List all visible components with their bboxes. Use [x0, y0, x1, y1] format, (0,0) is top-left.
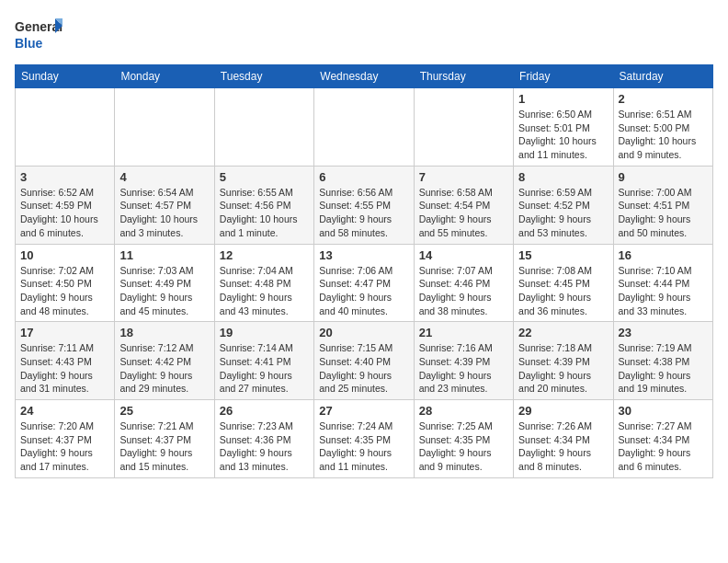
day-info: Sunrise: 7:26 AM Sunset: 4:34 PM Dayligh… — [518, 419, 608, 474]
week-row-2: 3Sunrise: 6:52 AM Sunset: 4:59 PM Daylig… — [16, 166, 713, 244]
day-number: 22 — [518, 326, 608, 339]
day-number: 29 — [518, 404, 608, 418]
day-number: 12 — [220, 248, 309, 262]
day-number: 19 — [220, 326, 309, 339]
calendar-cell — [414, 88, 513, 167]
day-info: Sunrise: 6:51 AM Sunset: 5:00 PM Dayligh… — [619, 108, 708, 162]
day-info: Sunrise: 7:07 AM Sunset: 4:46 PM Dayligh… — [419, 264, 508, 318]
logo: GeneralBlue — [15, 15, 65, 55]
calendar-cell — [16, 88, 115, 167]
day-number: 4 — [119, 170, 209, 184]
day-number: 2 — [619, 92, 708, 106]
day-number: 26 — [220, 404, 309, 418]
day-info: Sunrise: 6:55 AM Sunset: 4:56 PM Dayligh… — [220, 186, 309, 240]
day-info: Sunrise: 7:24 AM Sunset: 4:35 PM Dayligh… — [319, 419, 408, 474]
calendar-cell: 19Sunrise: 7:14 AM Sunset: 4:41 PM Dayli… — [214, 322, 313, 400]
week-row-4: 17Sunrise: 7:11 AM Sunset: 4:43 PM Dayli… — [16, 322, 713, 400]
calendar-cell: 20Sunrise: 7:15 AM Sunset: 4:40 PM Dayli… — [314, 322, 414, 400]
calendar-cell — [115, 88, 214, 167]
day-info: Sunrise: 6:52 AM Sunset: 4:59 PM Dayligh… — [20, 186, 109, 240]
weekday-header-sunday: Sunday — [16, 65, 115, 88]
day-number: 5 — [220, 170, 309, 184]
calendar-cell: 25Sunrise: 7:21 AM Sunset: 4:37 PM Dayli… — [115, 400, 214, 478]
day-number: 1 — [518, 92, 608, 106]
calendar-cell: 15Sunrise: 7:08 AM Sunset: 4:45 PM Dayli… — [514, 244, 613, 322]
weekday-header-row: SundayMondayTuesdayWednesdayThursdayFrid… — [16, 65, 713, 88]
calendar-cell: 16Sunrise: 7:10 AM Sunset: 4:44 PM Dayli… — [613, 244, 712, 322]
weekday-header-thursday: Thursday — [414, 65, 513, 88]
calendar-cell: 24Sunrise: 7:20 AM Sunset: 4:37 PM Dayli… — [16, 400, 115, 478]
day-number: 27 — [319, 404, 408, 418]
day-info: Sunrise: 7:00 AM Sunset: 4:51 PM Dayligh… — [619, 186, 708, 240]
day-number: 16 — [619, 248, 708, 262]
day-number: 20 — [319, 326, 408, 339]
day-info: Sunrise: 6:54 AM Sunset: 4:57 PM Dayligh… — [119, 186, 209, 240]
day-info: Sunrise: 7:14 AM Sunset: 4:41 PM Dayligh… — [220, 341, 309, 396]
weekday-header-friday: Friday — [514, 65, 613, 88]
calendar-cell: 23Sunrise: 7:19 AM Sunset: 4:38 PM Dayli… — [613, 322, 712, 400]
day-number: 8 — [518, 170, 608, 184]
calendar-cell: 5Sunrise: 6:55 AM Sunset: 4:56 PM Daylig… — [214, 166, 313, 244]
day-info: Sunrise: 7:27 AM Sunset: 4:34 PM Dayligh… — [619, 419, 708, 474]
day-info: Sunrise: 7:02 AM Sunset: 4:50 PM Dayligh… — [20, 264, 109, 318]
weekday-header-monday: Monday — [115, 65, 214, 88]
day-number: 21 — [419, 326, 508, 339]
day-number: 17 — [20, 326, 109, 339]
day-number: 9 — [619, 170, 708, 184]
week-row-1: 1Sunrise: 6:50 AM Sunset: 5:01 PM Daylig… — [16, 88, 713, 167]
day-info: Sunrise: 6:58 AM Sunset: 4:54 PM Dayligh… — [419, 186, 508, 240]
calendar-cell: 7Sunrise: 6:58 AM Sunset: 4:54 PM Daylig… — [414, 166, 513, 244]
calendar-table: SundayMondayTuesdayWednesdayThursdayFrid… — [15, 64, 713, 478]
day-info: Sunrise: 7:06 AM Sunset: 4:47 PM Dayligh… — [319, 264, 408, 318]
calendar-cell: 22Sunrise: 7:18 AM Sunset: 4:39 PM Dayli… — [514, 322, 613, 400]
day-number: 25 — [119, 404, 209, 418]
day-info: Sunrise: 7:04 AM Sunset: 4:48 PM Dayligh… — [220, 264, 309, 318]
day-info: Sunrise: 6:59 AM Sunset: 4:52 PM Dayligh… — [518, 186, 608, 240]
day-info: Sunrise: 6:56 AM Sunset: 4:55 PM Dayligh… — [319, 186, 408, 240]
day-info: Sunrise: 7:16 AM Sunset: 4:39 PM Dayligh… — [419, 341, 508, 396]
calendar-cell: 29Sunrise: 7:26 AM Sunset: 4:34 PM Dayli… — [514, 400, 613, 478]
calendar-cell: 4Sunrise: 6:54 AM Sunset: 4:57 PM Daylig… — [115, 166, 214, 244]
day-info: Sunrise: 6:50 AM Sunset: 5:01 PM Dayligh… — [518, 108, 608, 162]
day-number: 23 — [619, 326, 708, 339]
day-number: 18 — [119, 326, 209, 339]
day-info: Sunrise: 7:10 AM Sunset: 4:44 PM Dayligh… — [619, 264, 708, 318]
calendar-cell: 14Sunrise: 7:07 AM Sunset: 4:46 PM Dayli… — [414, 244, 513, 322]
day-number: 10 — [20, 248, 109, 262]
day-number: 24 — [20, 404, 109, 418]
calendar-cell: 8Sunrise: 6:59 AM Sunset: 4:52 PM Daylig… — [514, 166, 613, 244]
weekday-header-tuesday: Tuesday — [214, 65, 313, 88]
calendar-cell: 26Sunrise: 7:23 AM Sunset: 4:36 PM Dayli… — [214, 400, 313, 478]
day-number: 11 — [119, 248, 209, 262]
day-info: Sunrise: 7:18 AM Sunset: 4:39 PM Dayligh… — [518, 341, 608, 396]
day-number: 15 — [518, 248, 608, 262]
day-info: Sunrise: 7:08 AM Sunset: 4:45 PM Dayligh… — [518, 264, 608, 318]
calendar-cell: 21Sunrise: 7:16 AM Sunset: 4:39 PM Dayli… — [414, 322, 513, 400]
svg-text:Blue: Blue — [15, 36, 43, 51]
day-number: 13 — [319, 248, 408, 262]
calendar-cell: 18Sunrise: 7:12 AM Sunset: 4:42 PM Dayli… — [115, 322, 214, 400]
calendar-cell: 2Sunrise: 6:51 AM Sunset: 5:00 PM Daylig… — [613, 88, 712, 167]
calendar-cell: 27Sunrise: 7:24 AM Sunset: 4:35 PM Dayli… — [314, 400, 414, 478]
day-number: 30 — [619, 404, 708, 418]
week-row-3: 10Sunrise: 7:02 AM Sunset: 4:50 PM Dayli… — [16, 244, 713, 322]
calendar-cell: 17Sunrise: 7:11 AM Sunset: 4:43 PM Dayli… — [16, 322, 115, 400]
weekday-header-wednesday: Wednesday — [314, 65, 414, 88]
day-info: Sunrise: 7:23 AM Sunset: 4:36 PM Dayligh… — [220, 419, 309, 474]
calendar-cell — [314, 88, 414, 167]
calendar-cell — [214, 88, 313, 167]
day-info: Sunrise: 7:03 AM Sunset: 4:49 PM Dayligh… — [119, 264, 209, 318]
calendar-cell: 9Sunrise: 7:00 AM Sunset: 4:51 PM Daylig… — [613, 166, 712, 244]
calendar-cell: 3Sunrise: 6:52 AM Sunset: 4:59 PM Daylig… — [16, 166, 115, 244]
calendar-cell: 10Sunrise: 7:02 AM Sunset: 4:50 PM Dayli… — [16, 244, 115, 322]
logo-svg: GeneralBlue — [15, 15, 65, 55]
day-info: Sunrise: 7:15 AM Sunset: 4:40 PM Dayligh… — [319, 341, 408, 396]
calendar-cell: 30Sunrise: 7:27 AM Sunset: 4:34 PM Dayli… — [613, 400, 712, 478]
day-number: 3 — [20, 170, 109, 184]
calendar-cell: 13Sunrise: 7:06 AM Sunset: 4:47 PM Dayli… — [314, 244, 414, 322]
calendar-cell: 6Sunrise: 6:56 AM Sunset: 4:55 PM Daylig… — [314, 166, 414, 244]
day-info: Sunrise: 7:20 AM Sunset: 4:37 PM Dayligh… — [20, 419, 109, 474]
day-info: Sunrise: 7:25 AM Sunset: 4:35 PM Dayligh… — [419, 419, 508, 474]
day-number: 28 — [419, 404, 508, 418]
day-info: Sunrise: 7:11 AM Sunset: 4:43 PM Dayligh… — [20, 341, 109, 396]
